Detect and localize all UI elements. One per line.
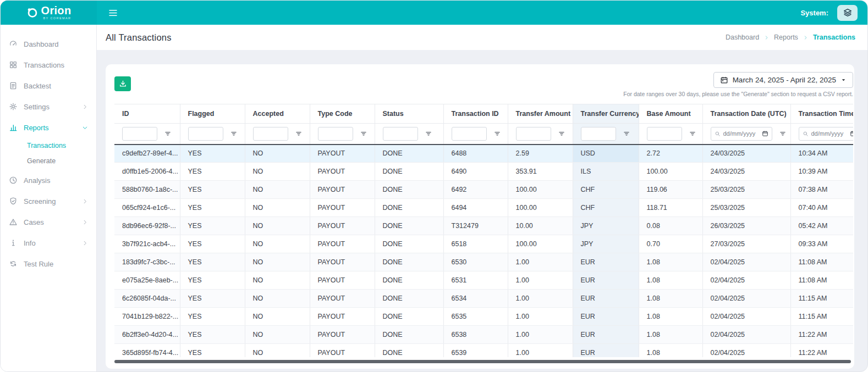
column-header-id[interactable]: ID — [114, 104, 180, 124]
cell-flagged: YES — [180, 290, 245, 308]
chevron-right-icon — [82, 240, 88, 246]
orion-logo[interactable]: Orion by COREMAR — [1, 1, 97, 25]
filter-input-accepted[interactable] — [253, 127, 288, 141]
transaction-row[interactable]: 065cf924-e1c6-...YESNOPAYOUTDONE6494100.… — [114, 199, 853, 217]
transaction-row[interactable]: e075a25e-8aeb-...YESNOPAYOUTDONE65311.00… — [114, 271, 853, 290]
filter-icon[interactable] — [295, 130, 303, 137]
cell-base-amount: 119.06 — [639, 181, 702, 199]
column-header-status[interactable]: Status — [375, 104, 443, 124]
date-filter-transaction-time[interactable] — [799, 127, 854, 141]
cell-transfer-amount: 1.00 — [508, 344, 573, 358]
sidebar-item-label: Reports — [24, 124, 49, 132]
column-header-base-amount[interactable]: Base Amount — [639, 104, 702, 124]
cell-type-code: PAYOUT — [310, 253, 375, 271]
cell-transaction-date-utc: 02/04/2025 — [702, 290, 790, 308]
column-header-type-code[interactable]: Type Code — [310, 104, 375, 124]
cell-transaction-date-utc: 02/04/2025 — [702, 253, 790, 271]
sidebar-item-reports[interactable]: Reports — [1, 117, 96, 138]
filter-icon[interactable] — [425, 130, 432, 137]
sidebar-item-screening[interactable]: Screening — [1, 191, 96, 212]
filter-icon[interactable] — [689, 130, 696, 137]
system-menu-button[interactable] — [837, 5, 858, 21]
calendar-icon[interactable] — [850, 130, 854, 137]
column-header-transaction-date-utc[interactable]: Transaction Date (UTC) — [702, 104, 790, 124]
column-header-transfer-amount[interactable]: Transfer Amount — [508, 104, 573, 124]
filter-icon[interactable] — [779, 130, 787, 137]
filter-cell-transaction-date-utc — [702, 124, 790, 145]
transaction-row[interactable]: 3b7f921c-acb4-...YESNOPAYOUTDONE6518100.… — [114, 235, 853, 253]
sidebar-item-cases[interactable]: Cases — [1, 212, 96, 232]
cell-transaction-time: 10:34 AM — [790, 145, 853, 163]
sidebar-item-backtest[interactable]: Backtest — [1, 75, 96, 96]
breadcrumb-item-reports[interactable]: Reports — [774, 34, 798, 41]
filter-icon[interactable] — [623, 130, 630, 137]
date-filter-field-transaction-date-utc[interactable] — [723, 130, 759, 137]
date-filter-transaction-date-utc[interactable] — [711, 127, 772, 141]
breadcrumb-separator-icon — [764, 35, 769, 40]
transaction-row[interactable]: 7041b129-b822-...YESNOPAYOUTDONE65351.00… — [114, 308, 853, 326]
download-csv-button[interactable] — [114, 76, 131, 91]
warning-icon — [9, 218, 18, 226]
sidebar-item-transactions[interactable]: Transactions — [1, 54, 96, 75]
transaction-row[interactable]: d0ffb1e5-2006-4...YESNOPAYOUTDONE6490353… — [114, 163, 853, 181]
sidebar-item-info[interactable]: Info — [1, 232, 96, 253]
chevron-right-icon — [764, 35, 769, 40]
filter-icon[interactable] — [558, 130, 565, 137]
filter-icon[interactable] — [493, 130, 501, 137]
sidebar-item-analysis[interactable]: Analysis — [1, 170, 96, 191]
cell-type-code: PAYOUT — [310, 326, 375, 344]
cell-id: 3b7f921c-acb4-... — [114, 235, 180, 253]
cell-flagged: YES — [180, 181, 245, 199]
sidebar-item-settings[interactable]: Settings — [1, 96, 96, 117]
column-header-flagged[interactable]: Flagged — [180, 104, 245, 124]
breadcrumb-separator-icon — [803, 35, 808, 40]
cell-base-amount: 118.71 — [639, 199, 702, 217]
cell-base-amount: 2.72 — [639, 145, 702, 163]
sidebar-item-label: Backtest — [24, 82, 51, 90]
transaction-row[interactable]: c9defb27-89ef-4...YESNOPAYOUTDONE64882.5… — [114, 145, 853, 163]
cell-transaction-date-utc: 02/04/2025 — [702, 271, 790, 290]
transaction-row[interactable]: 588b0760-1a8c-...YESNOPAYOUTDONE6492100.… — [114, 181, 853, 199]
cell-status: DONE — [375, 217, 443, 235]
cell-accepted: NO — [245, 181, 310, 199]
cell-transfer-currency: EUR — [573, 271, 639, 290]
filter-input-flagged[interactable] — [188, 127, 223, 141]
horizontal-scrollbar[interactable] — [114, 360, 851, 363]
cell-transaction-id: 6534 — [443, 290, 508, 308]
cell-base-amount: 100.00 — [639, 163, 702, 181]
cell-transaction-id: 6538 — [443, 326, 508, 344]
filter-icon[interactable] — [164, 130, 172, 137]
filter-input-transaction-id[interactable] — [452, 127, 487, 141]
breadcrumb-item-dashboard[interactable]: Dashboard — [726, 34, 759, 41]
sidebar-subitem-transactions[interactable]: Transactions — [1, 138, 96, 153]
filter-input-transfer-amount[interactable] — [516, 127, 551, 141]
filter-input-type-code[interactable] — [318, 127, 353, 141]
transaction-row[interactable]: 8db96ec6-92f8-...YESNOPAYOUTDONET3124791… — [114, 217, 853, 235]
cell-flagged: YES — [180, 326, 245, 344]
column-header-accepted[interactable]: Accepted — [245, 104, 310, 124]
cell-base-amount: 1.08 — [639, 344, 702, 358]
filter-input-status[interactable] — [383, 127, 418, 141]
sidebar-item-test-rule[interactable]: Test Rule — [1, 253, 96, 274]
system-label: System: — [800, 9, 828, 17]
column-header-transfer-currency[interactable]: Transfer Currency — [573, 104, 639, 124]
column-header-transaction-time[interactable]: Transaction Time — [790, 104, 853, 124]
transaction-row[interactable]: 6b2ff3e0-4d20-4...YESNOPAYOUTDONE65381.0… — [114, 326, 853, 344]
cell-transfer-amount: 10.00 — [508, 217, 573, 235]
filter-input-base-amount[interactable] — [647, 127, 682, 141]
filter-icon[interactable] — [230, 130, 238, 137]
transaction-row[interactable]: 183d9fc7-c3bc-...YESNOPAYOUTDONE65301.00… — [114, 253, 853, 271]
filter-input-transfer-currency[interactable] — [581, 127, 616, 141]
filter-icon[interactable] — [360, 130, 367, 137]
column-header-transaction-id[interactable]: Transaction ID — [443, 104, 508, 124]
sidebar-subitem-generate[interactable]: Generate — [1, 153, 96, 169]
transaction-row[interactable]: 6c26085f-04da-...YESNOPAYOUTDONE65341.00… — [114, 290, 853, 308]
filter-input-id[interactable] — [122, 127, 157, 141]
sidebar-item-dashboard[interactable]: Dashboard — [1, 34, 96, 54]
calendar-icon[interactable] — [762, 130, 768, 137]
date-range-picker[interactable]: March 24, 2025 - April 22, 2025 — [713, 72, 853, 88]
menu-toggle-button[interactable] — [106, 5, 120, 20]
transaction-row[interactable]: 365d895f-fb74-4...YESNOPAYOUTDONE65391.0… — [114, 344, 853, 358]
chevron-down-icon — [82, 125, 88, 131]
date-filter-field-transaction-time[interactable] — [811, 130, 847, 137]
